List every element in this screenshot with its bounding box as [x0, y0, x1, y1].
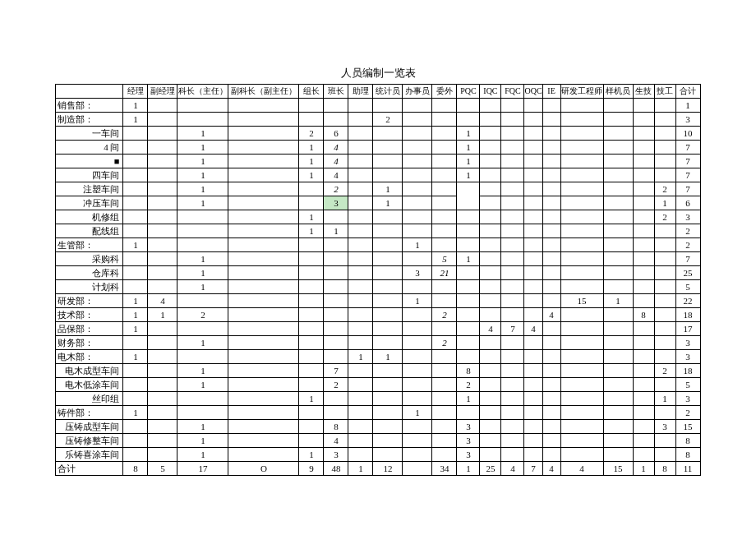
- cell: [373, 252, 403, 266]
- cell: [123, 280, 148, 294]
- cell: [457, 182, 480, 210]
- cell: [457, 322, 480, 336]
- col-header: 统计员: [373, 85, 403, 99]
- cell: [148, 266, 177, 280]
- cell: [348, 252, 373, 266]
- cell: 17: [177, 462, 228, 476]
- cell: [560, 350, 603, 364]
- cell: [348, 210, 373, 224]
- cell: [228, 406, 299, 420]
- cell: [177, 406, 228, 420]
- cell: [148, 141, 177, 155]
- cell: 1: [123, 322, 148, 336]
- cell: [403, 350, 432, 364]
- cell: [480, 420, 501, 434]
- cell: [228, 378, 299, 392]
- cell: [228, 280, 299, 294]
- cell: [373, 448, 403, 462]
- cell: [524, 141, 542, 155]
- cell: [432, 420, 457, 434]
- cell: [177, 210, 228, 224]
- row-label: 仓库科: [56, 266, 123, 280]
- cell: [299, 99, 324, 113]
- cell: [480, 448, 501, 462]
- cell: [560, 252, 603, 266]
- cell: [524, 182, 542, 196]
- cell: [228, 168, 299, 182]
- col-header: 合计: [675, 85, 700, 99]
- row-label: 压铸成型车间: [56, 420, 123, 434]
- cell: [560, 434, 603, 448]
- cell: 1: [177, 364, 228, 378]
- cell: [373, 99, 403, 113]
- cell: [654, 168, 675, 182]
- cell: 1: [633, 462, 654, 476]
- row-label: 计划科: [56, 280, 123, 294]
- cell: [148, 364, 177, 378]
- cell: [228, 155, 299, 168]
- cell: [457, 113, 480, 127]
- col-header: 技工: [654, 85, 675, 99]
- cell: 1: [177, 420, 228, 434]
- cell: [177, 113, 228, 127]
- cell: 11: [675, 462, 700, 476]
- cell: [373, 336, 403, 350]
- cell: [542, 252, 560, 266]
- cell: [480, 210, 501, 224]
- cell: [348, 378, 373, 392]
- cell: [501, 406, 524, 420]
- cell: [373, 308, 403, 322]
- cell: [403, 378, 432, 392]
- cell: [432, 406, 457, 420]
- cell: [654, 266, 675, 280]
- cell: 1: [403, 406, 432, 420]
- col-header: IQC: [480, 85, 501, 99]
- cell: 2: [675, 224, 700, 238]
- cell: [603, 434, 633, 448]
- cell: [654, 294, 675, 308]
- cell: [603, 350, 633, 364]
- cell: [501, 448, 524, 462]
- cell: [324, 350, 348, 364]
- cell: 1: [123, 113, 148, 127]
- cell: [348, 434, 373, 448]
- cell: 3: [675, 350, 700, 364]
- cell: [633, 392, 654, 406]
- cell: 5: [432, 252, 457, 266]
- cell: 1: [299, 155, 324, 168]
- table-row: 四车间11417: [56, 168, 700, 182]
- cell: [542, 336, 560, 350]
- cell: [228, 141, 299, 155]
- cell: [457, 308, 480, 322]
- col-header: FQC: [501, 85, 524, 99]
- cell: 1: [299, 224, 324, 238]
- cell: 6: [324, 127, 348, 141]
- cell: 1: [299, 392, 324, 406]
- cell: 7: [324, 364, 348, 378]
- cell: [403, 434, 432, 448]
- cell: 2: [457, 378, 480, 392]
- cell: [299, 252, 324, 266]
- cell: [603, 155, 633, 168]
- cell: [228, 196, 299, 210]
- cell: [633, 127, 654, 141]
- cell: 7: [501, 322, 524, 336]
- cell: [524, 280, 542, 294]
- cell: [603, 196, 633, 210]
- cell: 1: [177, 378, 228, 392]
- cell: [633, 155, 654, 168]
- row-label: 4 间: [56, 141, 123, 155]
- col-header: PQC: [457, 85, 480, 99]
- cell: [501, 141, 524, 155]
- cell: 8: [675, 434, 700, 448]
- row-label: 生管部：: [56, 238, 123, 252]
- cell: 1: [177, 127, 228, 141]
- row-label: 电木低涂车间: [56, 378, 123, 392]
- cell: 1: [299, 168, 324, 182]
- cell: 1: [123, 308, 148, 322]
- cell: [603, 238, 633, 252]
- cell: [148, 182, 177, 196]
- cell: [633, 168, 654, 182]
- cell: [560, 280, 603, 294]
- cell: [403, 392, 432, 406]
